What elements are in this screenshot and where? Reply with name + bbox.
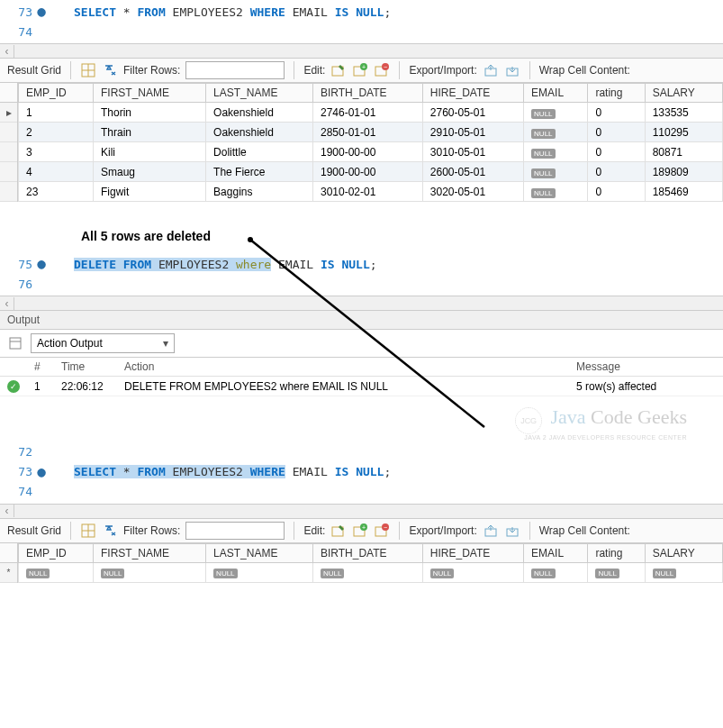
new-row-icon[interactable]: * bbox=[0, 563, 17, 583]
result-grid-2[interactable]: * EMP_IDFIRST_NAMELAST_NAMEBIRTH_DATEHIR… bbox=[0, 543, 723, 583]
breakpoint-icon[interactable]: ● bbox=[36, 467, 47, 478]
filter-icon[interactable] bbox=[102, 523, 118, 539]
table-row[interactable]: 1ThorinOakenshield2746-01-012760-05-01NU… bbox=[19, 103, 723, 123]
result-grid-1[interactable]: ▸ EMP_IDFIRST_NAMELAST_NAMEBIRTH_DATEHIR… bbox=[0, 83, 723, 202]
edit-label: Edit: bbox=[303, 64, 325, 77]
watermark-logo: JCG Java Code Geeks JAVA 2 JAVA DEVELOPE… bbox=[0, 396, 723, 441]
add-row-icon[interactable]: + bbox=[352, 62, 368, 78]
column-header[interactable]: SALARY bbox=[645, 543, 722, 562]
table-row[interactable]: 3KiliDolittle1900-00-003010-05-01NULL080… bbox=[19, 142, 723, 162]
column-header[interactable]: BIRTH_DATE bbox=[312, 84, 422, 103]
edit-row-icon[interactable] bbox=[330, 62, 347, 78]
output-col-action: Action bbox=[117, 358, 569, 377]
line-number: 73 bbox=[0, 5, 36, 19]
horizontal-scrollbar[interactable]: ‹ bbox=[0, 296, 723, 310]
column-header[interactable]: rating bbox=[588, 84, 645, 103]
line-number: 74 bbox=[0, 25, 36, 39]
sql-editor-delete[interactable]: 75 ● DELETE FROM EMPLOYEES2 where EMAIL … bbox=[0, 252, 723, 296]
scroll-left-icon[interactable]: ‹ bbox=[0, 505, 14, 517]
output-table: # Time Action Message ✓ 1 22:06:12 DELET… bbox=[0, 358, 723, 396]
output-col-message: Message bbox=[569, 358, 723, 377]
row-selector-column: ▸ bbox=[0, 83, 18, 202]
sql-editor-bottom[interactable]: 72 73 ● SELECT * FROM EMPLOYEES2 WHERE E… bbox=[0, 441, 723, 504]
scroll-left-icon[interactable]: ‹ bbox=[0, 297, 14, 310]
output-col-hash: # bbox=[27, 358, 54, 377]
column-header[interactable]: BIRTH_DATE bbox=[312, 543, 422, 562]
breakpoint-icon[interactable]: ● bbox=[36, 6, 47, 17]
filter-icon[interactable] bbox=[102, 62, 118, 78]
line-number: 72 bbox=[0, 445, 36, 459]
scroll-left-icon[interactable]: ‹ bbox=[0, 45, 14, 58]
null-badge: NULL bbox=[531, 168, 555, 178]
horizontal-scrollbar[interactable]: ‹ bbox=[0, 504, 723, 518]
table-row[interactable]: NULLNULLNULLNULLNULLNULLNULLNULL bbox=[19, 562, 723, 582]
sql-statement[interactable]: SELECT * FROM EMPLOYEES2 WHERE EMAIL IS … bbox=[47, 5, 391, 19]
wrap-cell-label: Wrap Cell Content: bbox=[539, 64, 630, 77]
grid-view-icon[interactable] bbox=[80, 523, 96, 539]
column-header[interactable]: FIRST_NAME bbox=[93, 543, 205, 562]
import-icon[interactable] bbox=[504, 62, 520, 78]
export-import-label: Export/Import: bbox=[409, 64, 476, 77]
column-header[interactable]: SALARY bbox=[645, 84, 722, 103]
delete-row-icon[interactable]: − bbox=[374, 523, 390, 539]
line-number: 75 bbox=[0, 258, 36, 271]
result-grid-toolbar-2: Result Grid Filter Rows: Edit: + − Expor… bbox=[0, 518, 723, 543]
null-badge: NULL bbox=[26, 569, 50, 578]
sql-editor-top[interactable]: 73 ● SELECT * FROM EMPLOYEES2 WHERE EMAI… bbox=[0, 0, 723, 43]
row-pointer-icon[interactable]: ▸ bbox=[0, 103, 17, 123]
column-header[interactable]: LAST_NAME bbox=[206, 84, 313, 103]
column-header[interactable]: EMAIL bbox=[524, 84, 588, 103]
output-mode-select[interactable]: Action Output ▾ bbox=[31, 333, 175, 353]
add-row-icon[interactable]: + bbox=[352, 523, 368, 539]
filter-rows-input[interactable] bbox=[185, 522, 285, 540]
edit-row-icon[interactable] bbox=[330, 523, 347, 539]
export-icon[interactable] bbox=[483, 62, 499, 78]
column-header[interactable]: FIRST_NAME bbox=[93, 84, 205, 103]
null-badge: NULL bbox=[321, 569, 344, 578]
sql-statement[interactable]: SELECT * FROM EMPLOYEES2 WHERE EMAIL IS … bbox=[47, 465, 391, 478]
null-badge: NULL bbox=[531, 109, 555, 119]
null-badge: NULL bbox=[430, 569, 454, 578]
result-grid-label: Result Grid bbox=[7, 64, 61, 77]
null-badge: NULL bbox=[595, 569, 619, 578]
null-badge: NULL bbox=[531, 129, 555, 139]
breakpoint-icon[interactable]: ● bbox=[36, 259, 47, 269]
svg-text:+: + bbox=[362, 524, 366, 531]
null-badge: NULL bbox=[531, 149, 555, 159]
line-number: 76 bbox=[0, 278, 36, 291]
column-header[interactable]: HIRE_DATE bbox=[422, 84, 523, 103]
output-clear-icon[interactable] bbox=[7, 335, 23, 351]
output-row[interactable]: ✓ 1 22:06:12 DELETE FROM EMPLOYEES2 wher… bbox=[0, 377, 723, 396]
import-icon[interactable] bbox=[504, 523, 520, 539]
output-panel-header: Output bbox=[0, 310, 723, 330]
svg-text:−: − bbox=[384, 64, 387, 70]
column-header[interactable]: LAST_NAME bbox=[206, 543, 313, 562]
horizontal-scrollbar[interactable]: ‹ bbox=[0, 43, 723, 58]
sql-statement[interactable]: DELETE FROM EMPLOYEES2 where EMAIL IS NU… bbox=[47, 258, 377, 271]
null-badge: NULL bbox=[101, 569, 124, 578]
filter-rows-input[interactable] bbox=[185, 61, 285, 79]
delete-row-icon[interactable]: − bbox=[374, 62, 390, 78]
column-header[interactable]: EMAIL bbox=[524, 543, 588, 562]
column-header[interactable]: EMP_ID bbox=[19, 543, 94, 562]
column-header[interactable]: EMP_ID bbox=[19, 84, 94, 103]
filter-rows-label: Filter Rows: bbox=[123, 64, 180, 77]
column-header[interactable]: HIRE_DATE bbox=[422, 543, 523, 562]
success-icon: ✓ bbox=[7, 380, 20, 393]
null-badge: NULL bbox=[213, 569, 237, 578]
svg-text:−: − bbox=[384, 524, 387, 531]
table-row[interactable]: 2ThrainOakenshield2850-01-012910-05-01NU… bbox=[19, 123, 723, 142]
grid-view-icon[interactable] bbox=[80, 62, 96, 78]
chevron-down-icon: ▾ bbox=[163, 337, 168, 350]
null-badge: NULL bbox=[531, 188, 555, 198]
svg-text:+: + bbox=[362, 64, 366, 70]
output-toolbar: Action Output ▾ bbox=[0, 330, 723, 358]
table-row[interactable]: 4SmaugThe Fierce1900-00-002600-05-01NULL… bbox=[19, 162, 723, 182]
svg-rect-14 bbox=[10, 338, 21, 349]
null-badge: NULL bbox=[653, 569, 676, 578]
export-icon[interactable] bbox=[483, 523, 499, 539]
table-row[interactable]: 23FigwitBaggins3010-02-013020-05-01NULL0… bbox=[19, 182, 723, 202]
result-grid-toolbar: Result Grid Filter Rows: Edit: + − Expor… bbox=[0, 58, 723, 83]
annotation-text: All 5 rows are deleted bbox=[0, 202, 723, 252]
column-header[interactable]: rating bbox=[588, 543, 645, 562]
